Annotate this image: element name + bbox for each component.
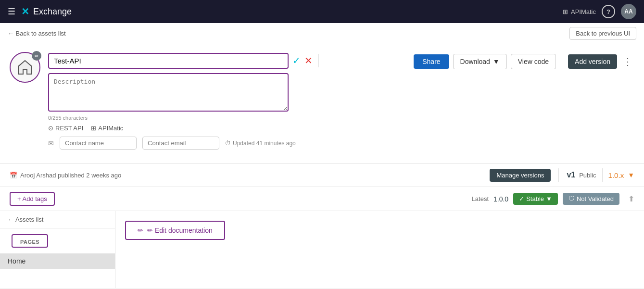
user-avatar[interactable]: AA [621, 4, 636, 19]
edit-documentation-button[interactable]: ✏ ✏ Edit documentation [125, 221, 225, 240]
version-number: 1.0.x [608, 171, 624, 179]
asset-header: ✏ ✓ ✕ Share Download ▼ View code Add [10, 52, 634, 150]
download-chevron-icon: ▼ [493, 58, 500, 65]
action-buttons: Share Download ▼ View code Add version ⋮ [414, 52, 634, 69]
sidebar-back-link[interactable]: ← Assets list [0, 211, 115, 228]
contact-email-input[interactable] [142, 137, 219, 150]
description-textarea[interactable] [48, 73, 289, 112]
asset-icon-wrapper: ✏ [10, 52, 40, 83]
asset-form: ✓ ✕ Share Download ▼ View code Add versi… [48, 52, 634, 150]
shield-icon: 🛡 [568, 195, 575, 202]
add-tags-button[interactable]: + Add tags [10, 192, 55, 206]
clock-icon: ⏱ [225, 140, 231, 147]
contact-row: ✉ ⏱ Updated 41 minutes ago [48, 137, 634, 150]
share-button[interactable]: Share [414, 54, 449, 69]
sub-nav: ← Back to assets list Back to previous U… [0, 23, 644, 44]
home-svg-icon [16, 59, 34, 76]
contact-mail-icon: ✉ [48, 139, 54, 147]
tags-version-row: + Add tags Latest 1.0.0 ✓ Stable ▼ 🛡 Not… [0, 187, 644, 211]
sidebar-item-home[interactable]: Home [0, 253, 115, 269]
apimatic-tag: ⊞ APIMatic [91, 125, 123, 132]
download-button[interactable]: Download ▼ [453, 54, 507, 69]
main-content: ✏ ✓ ✕ Share Download ▼ View code Add [0, 44, 644, 163]
back-to-previous-button[interactable]: Back to previous UI [569, 27, 636, 40]
bottom-area: ← Assets list PAGES Home ✏ ✏ Edit docume… [0, 211, 644, 288]
updated-text: ⏱ Updated 41 minutes ago [225, 140, 296, 147]
logo-icon: ✕ [21, 6, 29, 17]
app-name: Exchange [33, 7, 72, 17]
published-row: 📅 Arooj Arshad published 2 weeks ago Man… [0, 163, 644, 187]
apimatic-org-icon: ⊞ [91, 125, 96, 132]
latest-version-number: 1.0.0 [493, 195, 508, 203]
asset-name-row: ✓ ✕ Share Download ▼ View code Add versi… [48, 52, 634, 69]
edit-asset-icon-button[interactable]: ✏ [32, 51, 41, 61]
meta-row: ⊙ REST API ⊞ APIMatic [48, 125, 634, 132]
pencil-icon: ✏ [138, 226, 143, 234]
sidebar: ← Assets list PAGES Home [0, 211, 115, 288]
help-button[interactable]: ? [602, 5, 615, 18]
confirm-name-button[interactable]: ✓ [292, 55, 301, 66]
latest-row: Latest 1.0.0 ✓ Stable ▼ 🛡 Not Validated … [472, 193, 634, 205]
calendar-icon: 📅 [10, 172, 17, 179]
back-to-assets-link[interactable]: ← Back to assets list [8, 30, 66, 37]
top-nav: ☰ ✕ Exchange ⊞ APIMatic ? AA [0, 0, 644, 23]
edit-doc-area: ✏ ✏ Edit documentation [115, 211, 644, 288]
published-text: 📅 Arooj Arshad published 2 weeks ago [10, 172, 121, 179]
asset-name-input[interactable] [48, 53, 289, 69]
apimatic-icon: ⊞ [563, 8, 568, 15]
stable-check-icon: ✓ [519, 195, 524, 202]
manage-versions-button[interactable]: Manage versions [490, 169, 551, 182]
latest-label: Latest [472, 195, 489, 202]
stable-button[interactable]: ✓ Stable ▼ [513, 193, 558, 205]
char-count: 0/255 characters [48, 115, 634, 121]
view-code-button[interactable]: View code [511, 54, 556, 69]
menu-icon[interactable]: ☰ [8, 6, 15, 17]
version-info: v1 Public 1.0.x ▼ [567, 168, 634, 182]
stable-chevron-icon: ▼ [546, 195, 552, 202]
not-validated-button[interactable]: 🛡 Not Validated [563, 193, 619, 205]
scroll-indicator: ⬆ [628, 194, 634, 203]
rest-api-icon: ⊙ [48, 125, 53, 132]
contact-name-input[interactable] [60, 137, 137, 150]
cancel-name-button[interactable]: ✕ [304, 55, 313, 66]
public-label: Public [579, 172, 596, 179]
app-logo: ✕ Exchange [21, 6, 72, 17]
more-options-button[interactable]: ⋮ [621, 54, 634, 69]
version-chevron-icon[interactable]: ▼ [628, 171, 634, 179]
sidebar-pages-label: PAGES [12, 234, 48, 248]
add-version-button[interactable]: Add version [568, 54, 617, 69]
v1-badge: v1 [567, 171, 575, 179]
rest-api-tag: ⊙ REST API [48, 125, 83, 132]
published-right: Manage versions v1 Public 1.0.x ▼ [490, 168, 634, 182]
apimatic-label: ⊞ APIMatic [563, 8, 596, 15]
